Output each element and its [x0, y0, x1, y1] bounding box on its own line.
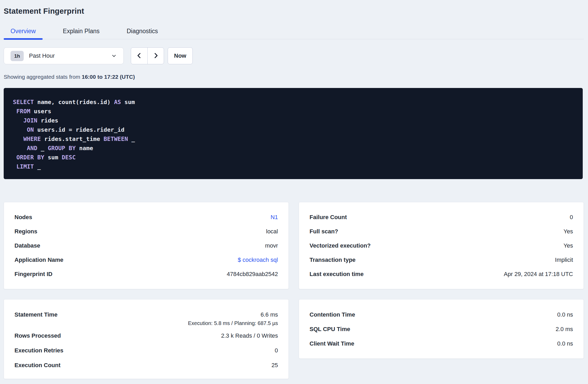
stat-row: Transaction typeImplicit [310, 253, 573, 267]
stat-row: Failure Count0 [310, 210, 573, 224]
stat-value: 6.6 ms [188, 311, 278, 319]
stat-label: Rows Processed [14, 332, 61, 339]
sql-keyword: SELECT [13, 99, 34, 105]
stat-label: Nodes [14, 214, 32, 221]
stat-value-link[interactable]: $ cockroach sql [238, 257, 278, 263]
chevron-left-icon [136, 52, 143, 60]
stat-label: Transaction type [310, 257, 356, 263]
sql-line: LIMIT _ [13, 162, 575, 171]
tab-label: Explain Plans [63, 28, 99, 35]
stat-row: Execution Retries0 [14, 343, 278, 358]
stat-value-wrap: 6.6 msExecution: 5.8 ms / Planning: 687.… [188, 307, 278, 327]
time-interval-dropdown[interactable]: 1h Past Hour [4, 47, 124, 64]
sql-text [13, 145, 27, 151]
stat-row: Statement Time6.6 msExecution: 5.8 ms / … [14, 307, 278, 328]
sql-text [13, 117, 23, 124]
active-tab-indicator [4, 38, 43, 40]
sql-line: ON users.id = rides.rider_id [13, 125, 575, 134]
tab-explain-plans[interactable]: Explain Plans [56, 27, 106, 39]
sql-keyword: LIMIT [16, 163, 34, 170]
time-interval-badge: 1h [11, 51, 24, 61]
now-button[interactable]: Now [168, 47, 193, 64]
sql-text: users.id = rides.rider_id [34, 126, 124, 133]
card-execution-stats: Statement Time6.6 msExecution: 5.8 ms / … [4, 299, 289, 379]
stat-value-link[interactable]: N1 [271, 214, 278, 220]
stat-value-wrap: movr [265, 242, 278, 249]
sql-text: _ [128, 136, 135, 142]
stat-label: Statement Time [14, 311, 57, 319]
sql-text: _ [34, 163, 41, 170]
sql-text: rides [37, 117, 58, 124]
sql-code: SELECT name, count(rides.id) AS sum FROM… [13, 97, 575, 171]
chevron-down-icon [111, 53, 117, 59]
sql-text: name, count(rides.id) [34, 99, 114, 105]
stat-row: SQL CPU Time2.0 ms [310, 322, 573, 336]
stat-value: 0.0 ns [557, 340, 573, 347]
sql-statement-box: SELECT name, count(rides.id) AS sum FROM… [4, 88, 583, 179]
tab-bar: Overview Explain Plans Diagnostics [4, 27, 584, 39]
card-statement-details: NodesN1RegionslocalDatabasemovrApplicati… [4, 202, 289, 289]
stat-row: Execution Count25 [14, 358, 278, 373]
sql-line: FROM users [13, 107, 575, 116]
stat-value-wrap: 0 [570, 214, 573, 221]
next-interval-button[interactable] [147, 48, 164, 64]
sql-keyword: GROUP BY [48, 145, 76, 151]
stats-summary-range: 16:00 to 17:22 (UTC) [82, 74, 135, 80]
stat-value-wrap: 2.3 k Reads / 0 Writes [221, 332, 278, 339]
sql-text: sum [44, 154, 62, 161]
stat-label: SQL CPU Time [310, 326, 350, 333]
sql-keyword: ORDER BY [16, 154, 44, 161]
sql-line: JOIN rides [13, 116, 575, 125]
stat-row: Vectorized execution?Yes [310, 239, 573, 253]
stat-value: Yes [564, 228, 573, 235]
stat-value-wrap: 0 [275, 347, 278, 354]
sql-keyword: ON [27, 126, 34, 133]
stats-cards: NodesN1RegionslocalDatabasemovrApplicati… [4, 202, 584, 379]
stat-value-wrap: local [266, 228, 278, 235]
tab-label: Overview [11, 28, 36, 35]
stat-row: Rows Processed2.3 k Reads / 0 Writes [14, 328, 278, 343]
card-execution-attributes: Failure Count0Full scan?YesVectorized ex… [299, 202, 584, 289]
stat-label: Application Name [14, 257, 63, 263]
card-time-stats: Contention Time0.0 nsSQL CPU Time2.0 msC… [299, 299, 584, 359]
stat-value: Apr 29, 2024 at 17:18 UTC [504, 271, 573, 277]
sql-text [13, 126, 27, 133]
stat-value: 2.3 k Reads / 0 Writes [221, 332, 278, 339]
sql-line: WHERE rides.start_time BETWEEN _ [13, 134, 575, 144]
previous-interval-button[interactable] [131, 48, 147, 64]
stat-row: Client Wait Time0.0 ns [310, 336, 573, 351]
stat-row: Application Name$ cockroach sql [14, 253, 278, 267]
stat-value-wrap: 2.0 ms [556, 326, 573, 333]
page-title: Statement Fingerprint [4, 7, 584, 16]
stat-row: NodesN1 [14, 210, 278, 224]
stat-row: Last execution timeApr 29, 2024 at 17:18… [310, 267, 573, 281]
stats-summary-text: Showing aggregated stats from [4, 74, 82, 80]
stat-label: Execution Count [14, 362, 61, 369]
sql-text [13, 108, 16, 115]
stat-value: movr [265, 242, 278, 249]
sql-keyword: WHERE [23, 136, 41, 142]
sql-text [13, 163, 16, 170]
tab-diagnostics[interactable]: Diagnostics [120, 27, 165, 39]
stat-value-wrap: Apr 29, 2024 at 17:18 UTC [504, 271, 573, 278]
sql-keyword: AND [27, 145, 37, 151]
stat-value: 0 [570, 214, 573, 220]
time-toolbar: 1h Past Hour [4, 47, 584, 64]
stat-value: 0.0 ns [557, 311, 573, 318]
stat-value: 0 [275, 347, 278, 354]
stat-value: local [266, 228, 278, 235]
stat-row: Databasemovr [14, 239, 278, 253]
stat-value-wrap: 25 [272, 362, 278, 369]
stat-value-wrap: 4784cb829aab2542 [227, 271, 278, 278]
stat-label: Execution Retries [14, 347, 63, 354]
stat-value: Implicit [555, 257, 573, 263]
stat-subvalue: Execution: 5.8 ms / Planning: 687.5 µs [188, 319, 278, 327]
statement-fingerprint-page: Statement Fingerprint Overview Explain P… [0, 7, 588, 379]
sql-keyword: AS [114, 99, 121, 105]
stat-label: Client Wait Time [310, 340, 354, 347]
sql-text [13, 154, 16, 161]
chevron-right-icon [152, 52, 159, 60]
tab-overview[interactable]: Overview [4, 27, 43, 39]
sql-line: ORDER BY sum DESC [13, 153, 575, 162]
stat-value: 4784cb829aab2542 [227, 271, 278, 277]
